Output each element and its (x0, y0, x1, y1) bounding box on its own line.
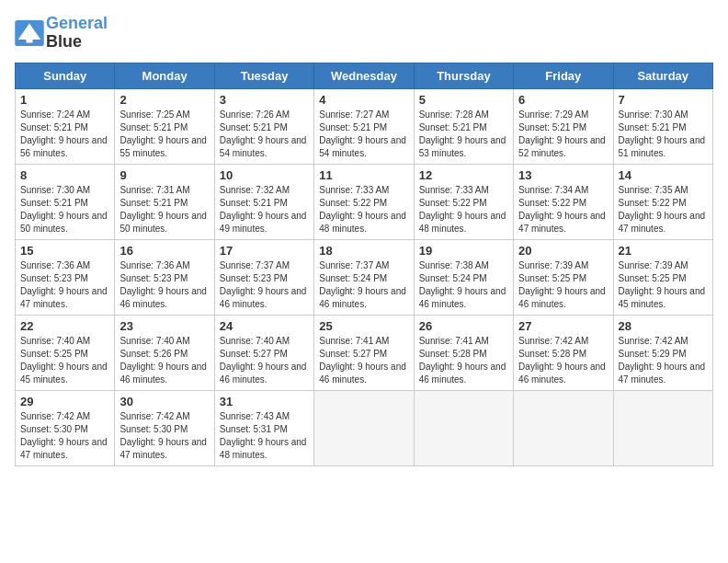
day-cell-10: 10 Sunrise: 7:32 AM Sunset: 5:21 PM Dayl… (214, 164, 313, 239)
day-info: Sunrise: 7:31 AM Sunset: 5:21 PM Dayligh… (119, 184, 209, 236)
day-number: 14 (619, 168, 708, 182)
day-info: Sunrise: 7:40 AM Sunset: 5:25 PM Dayligh… (20, 335, 109, 386)
day-cell-17: 17 Sunrise: 7:37 AM Sunset: 5:23 PM Dayl… (214, 239, 313, 315)
day-cell-28: 28 Sunrise: 7:42 AM Sunset: 5:29 PM Dayl… (613, 315, 712, 390)
day-cell-31: 31 Sunrise: 7:43 AM Sunset: 5:31 PM Dayl… (214, 390, 313, 465)
day-cell-9: 9 Sunrise: 7:31 AM Sunset: 5:21 PM Dayli… (115, 164, 214, 239)
day-info: Sunrise: 7:37 AM Sunset: 5:24 PM Dayligh… (319, 259, 408, 311)
day-info: Sunrise: 7:38 AM Sunset: 5:24 PM Dayligh… (419, 259, 508, 311)
day-info: Sunrise: 7:33 AM Sunset: 5:22 PM Dayligh… (319, 184, 408, 236)
day-info: Sunrise: 7:41 AM Sunset: 5:27 PM Dayligh… (319, 335, 408, 386)
day-cell-12: 12 Sunrise: 7:33 AM Sunset: 5:22 PM Dayl… (414, 164, 513, 239)
day-cell-14: 14 Sunrise: 7:35 AM Sunset: 5:22 PM Dayl… (613, 164, 712, 239)
day-number: 5 (419, 93, 508, 107)
svg-rect-2 (27, 40, 33, 43)
logo-icon (15, 20, 44, 46)
day-number: 8 (20, 168, 109, 182)
day-number: 24 (220, 319, 309, 333)
day-cell-5: 5 Sunrise: 7:28 AM Sunset: 5:21 PM Dayli… (414, 88, 513, 164)
header-saturday: Saturday (613, 63, 712, 88)
day-info: Sunrise: 7:28 AM Sunset: 5:21 PM Dayligh… (419, 109, 508, 160)
day-info: Sunrise: 7:42 AM Sunset: 5:30 PM Dayligh… (119, 410, 209, 462)
header-tuesday: Tuesday (214, 63, 313, 88)
day-number: 17 (220, 244, 309, 258)
calendar-week-4: 22 Sunrise: 7:40 AM Sunset: 5:25 PM Dayl… (16, 315, 713, 390)
day-number: 2 (119, 93, 209, 107)
day-cell-4: 4 Sunrise: 7:27 AM Sunset: 5:21 PM Dayli… (314, 88, 414, 164)
day-info: Sunrise: 7:27 AM Sunset: 5:21 PM Dayligh… (319, 109, 408, 160)
day-number: 20 (518, 244, 608, 258)
day-info: Sunrise: 7:24 AM Sunset: 5:21 PM Dayligh… (20, 109, 109, 160)
day-cell-27: 27 Sunrise: 7:42 AM Sunset: 5:28 PM Dayl… (514, 315, 613, 390)
day-number: 30 (119, 395, 209, 408)
calendar-week-5: 29 Sunrise: 7:42 AM Sunset: 5:30 PM Dayl… (16, 390, 713, 465)
day-number: 19 (419, 244, 508, 258)
day-cell-25: 25 Sunrise: 7:41 AM Sunset: 5:27 PM Dayl… (314, 315, 414, 390)
day-cell-19: 19 Sunrise: 7:38 AM Sunset: 5:24 PM Dayl… (414, 239, 513, 315)
day-info: Sunrise: 7:25 AM Sunset: 5:21 PM Dayligh… (119, 109, 209, 160)
day-info: Sunrise: 7:39 AM Sunset: 5:25 PM Dayligh… (518, 259, 608, 311)
day-cell-8: 8 Sunrise: 7:30 AM Sunset: 5:21 PM Dayli… (16, 164, 115, 239)
day-number: 12 (419, 168, 508, 182)
calendar-table: SundayMondayTuesdayWednesdayThursdayFrid… (15, 63, 713, 466)
day-info: Sunrise: 7:34 AM Sunset: 5:22 PM Dayligh… (518, 184, 608, 236)
day-number: 21 (619, 244, 708, 258)
day-number: 7 (619, 93, 708, 107)
day-cell-1: 1 Sunrise: 7:24 AM Sunset: 5:21 PM Dayli… (16, 88, 115, 164)
day-number: 27 (518, 319, 608, 333)
day-number: 23 (119, 319, 209, 333)
day-info: Sunrise: 7:42 AM Sunset: 5:30 PM Dayligh… (20, 410, 109, 462)
day-number: 28 (619, 319, 708, 333)
day-cell-18: 18 Sunrise: 7:37 AM Sunset: 5:24 PM Dayl… (314, 239, 414, 315)
day-info: Sunrise: 7:43 AM Sunset: 5:31 PM Dayligh… (220, 410, 309, 462)
day-cell-21: 21 Sunrise: 7:39 AM Sunset: 5:25 PM Dayl… (613, 239, 712, 315)
calendar-header-row: SundayMondayTuesdayWednesdayThursdayFrid… (16, 63, 713, 88)
day-info: Sunrise: 7:30 AM Sunset: 5:21 PM Dayligh… (20, 184, 109, 236)
day-cell-22: 22 Sunrise: 7:40 AM Sunset: 5:25 PM Dayl… (16, 315, 115, 390)
day-info: Sunrise: 7:42 AM Sunset: 5:29 PM Dayligh… (619, 335, 708, 386)
day-info: Sunrise: 7:41 AM Sunset: 5:28 PM Dayligh… (419, 335, 508, 386)
empty-cell (314, 390, 414, 465)
day-info: Sunrise: 7:30 AM Sunset: 5:21 PM Dayligh… (619, 109, 708, 160)
header-thursday: Thursday (414, 63, 513, 88)
day-number: 25 (319, 319, 408, 333)
day-info: Sunrise: 7:29 AM Sunset: 5:21 PM Dayligh… (518, 109, 608, 160)
day-cell-3: 3 Sunrise: 7:26 AM Sunset: 5:21 PM Dayli… (214, 88, 313, 164)
logo-text: GeneralBlue (46, 15, 108, 52)
logo: GeneralBlue (15, 15, 108, 52)
day-number: 4 (319, 93, 408, 107)
day-info: Sunrise: 7:37 AM Sunset: 5:23 PM Dayligh… (220, 259, 309, 311)
day-info: Sunrise: 7:35 AM Sunset: 5:22 PM Dayligh… (619, 184, 708, 236)
day-info: Sunrise: 7:40 AM Sunset: 5:26 PM Dayligh… (119, 335, 209, 386)
day-info: Sunrise: 7:42 AM Sunset: 5:28 PM Dayligh… (518, 335, 608, 386)
day-cell-20: 20 Sunrise: 7:39 AM Sunset: 5:25 PM Dayl… (514, 239, 613, 315)
day-number: 16 (119, 244, 209, 258)
day-cell-7: 7 Sunrise: 7:30 AM Sunset: 5:21 PM Dayli… (613, 88, 712, 164)
day-info: Sunrise: 7:36 AM Sunset: 5:23 PM Dayligh… (20, 259, 109, 311)
day-number: 11 (319, 168, 408, 182)
day-number: 18 (319, 244, 408, 258)
empty-cell (414, 390, 513, 465)
calendar-week-1: 1 Sunrise: 7:24 AM Sunset: 5:21 PM Dayli… (16, 88, 713, 164)
day-cell-26: 26 Sunrise: 7:41 AM Sunset: 5:28 PM Dayl… (414, 315, 513, 390)
day-cell-24: 24 Sunrise: 7:40 AM Sunset: 5:27 PM Dayl… (214, 315, 313, 390)
calendar-week-2: 8 Sunrise: 7:30 AM Sunset: 5:21 PM Dayli… (16, 164, 713, 239)
day-number: 22 (20, 319, 109, 333)
page-header: GeneralBlue (15, 15, 713, 52)
header-monday: Monday (115, 63, 214, 88)
day-number: 29 (20, 395, 109, 408)
day-number: 26 (419, 319, 508, 333)
day-cell-11: 11 Sunrise: 7:33 AM Sunset: 5:22 PM Dayl… (314, 164, 414, 239)
day-info: Sunrise: 7:26 AM Sunset: 5:21 PM Dayligh… (220, 109, 309, 160)
day-info: Sunrise: 7:33 AM Sunset: 5:22 PM Dayligh… (419, 184, 508, 236)
day-cell-15: 15 Sunrise: 7:36 AM Sunset: 5:23 PM Dayl… (16, 239, 115, 315)
day-number: 1 (20, 93, 109, 107)
day-info: Sunrise: 7:32 AM Sunset: 5:21 PM Dayligh… (220, 184, 309, 236)
day-number: 9 (119, 168, 209, 182)
day-cell-16: 16 Sunrise: 7:36 AM Sunset: 5:23 PM Dayl… (115, 239, 214, 315)
day-cell-6: 6 Sunrise: 7:29 AM Sunset: 5:21 PM Dayli… (514, 88, 613, 164)
day-info: Sunrise: 7:39 AM Sunset: 5:25 PM Dayligh… (619, 259, 708, 311)
header-friday: Friday (514, 63, 613, 88)
day-cell-29: 29 Sunrise: 7:42 AM Sunset: 5:30 PM Dayl… (16, 390, 115, 465)
empty-cell (613, 390, 712, 465)
